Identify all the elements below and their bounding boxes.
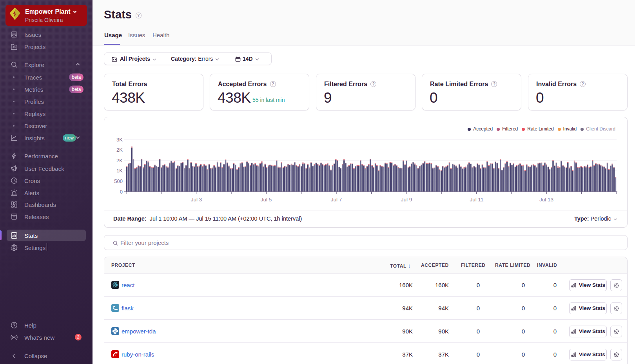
svg-text:Jul 11: Jul 11 bbox=[470, 197, 483, 203]
svg-text:Jul 13: Jul 13 bbox=[539, 197, 553, 203]
svg-text:2K: 2K bbox=[116, 147, 123, 153]
svg-text:Jul 3: Jul 3 bbox=[191, 197, 202, 203]
svg-text:500: 500 bbox=[114, 178, 123, 184]
svg-text:Jul 9: Jul 9 bbox=[401, 197, 412, 203]
svg-text:2K: 2K bbox=[116, 158, 123, 163]
svg-text:Jul 5: Jul 5 bbox=[261, 197, 272, 203]
svg-text:Jul 7: Jul 7 bbox=[331, 197, 342, 203]
svg-text:3K: 3K bbox=[116, 137, 123, 143]
svg-text:1K: 1K bbox=[116, 168, 123, 174]
svg-text:0: 0 bbox=[120, 189, 123, 195]
